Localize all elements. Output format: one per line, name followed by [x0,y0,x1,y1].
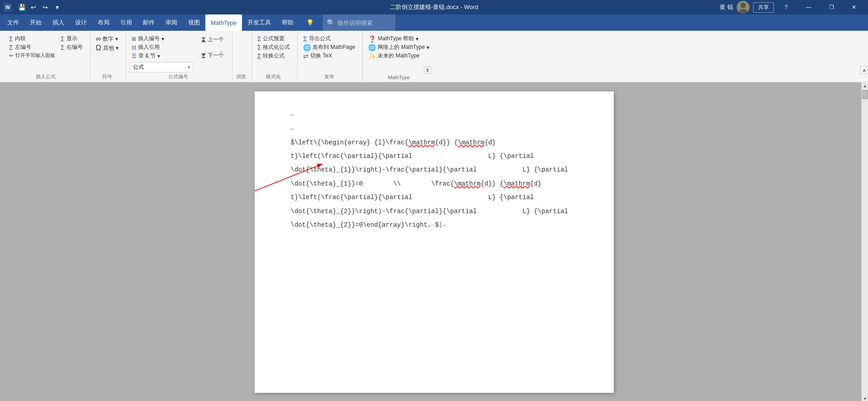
latex-line-2: t}\left(\frac{\partial}{\partial L} {\pa… [291,151,578,161]
undo-button[interactable]: ↩ [28,2,39,13]
titlebar-left: W 💾 ↩ ↪ ▾ [4,2,62,13]
ribbon: Σ 内联 Σ 左编号 ✏ 打开手写输入面板 Σ 显示 [0,31,868,82]
insert-ref-icon: ⊟ [132,44,136,51]
ribbon-group-mathtype: ❓ MathType 帮助 ▾ 🌐 网络上的 MathType ▾ ✨ 未来的 … [363,33,436,82]
menu-design[interactable]: 设计 [70,14,92,31]
scroll-down-button[interactable]: ▼ [862,395,868,401]
mathtype-help-button[interactable]: ❓ MathType 帮助 ▾ [366,34,431,43]
ribbon-group-formula-number-items: ⊞ 插入编号 ▾ ⊟ 插入引用 ☰ 章 & 节 ▾ [130,34,227,72]
scrollbar-right: ▲ ▼ [861,82,868,401]
menu-mail[interactable]: 邮件 [138,14,160,31]
handwriting-button[interactable]: ✏ 打开手写输入面板 [7,52,57,59]
mathtype-web-button[interactable]: 🌐 网络上的 MathType ▾ [366,43,431,52]
minimize-button[interactable]: — [798,0,819,14]
chevron-down-icon5: ▾ [416,36,418,42]
menu-insert[interactable]: 插入 [47,14,70,31]
export-formula-button[interactable]: Σ 导出公式 [301,34,357,43]
ribbon-outer: Σ 内联 Σ 左编号 ✏ 打开手写输入面板 Σ 显示 [0,31,868,82]
help-button[interactable]: ? [776,0,797,14]
menu-home[interactable]: 开始 [24,14,47,31]
export-icon: Σ [303,35,307,43]
menu-references[interactable]: 引用 [115,14,138,31]
inline-button[interactable]: Σ 内联 [7,34,57,43]
chapter-section-button[interactable]: ☰ 章 & 节 ▾ [130,52,193,60]
numbers-dropdown-button[interactable]: ∞ 数字 ▾ [94,34,120,43]
omega-icon: Ω [96,44,101,52]
convert-formula-button[interactable]: Σ 转换公式 [256,52,292,60]
chevron-down-icon: ▾ [115,36,118,42]
share-button[interactable]: 共享 [753,2,774,13]
ribbon-group-browse: 浏览 [232,33,252,82]
scroll-thumb[interactable] [862,90,868,99]
menu-layout[interactable]: 布局 [92,14,115,31]
format-formula-button[interactable]: Σ 格式化公式 [256,43,292,52]
menu-view[interactable]: 视图 [183,14,205,31]
chevron-down-icon2: ▾ [116,45,119,51]
scroll-up-button[interactable]: ▲ [862,82,868,89]
menu-mathtype[interactable]: MathType [205,14,242,31]
ribbon-group-publish: Σ 导出公式 🌐 发布到 MathPage ⇄ 切换 TeX 发布 [298,33,363,82]
ribbon-group-format-items: Σ 公式预置 Σ 格式化公式 Σ 转换公式 [256,34,292,72]
format-col: Σ 公式预置 Σ 格式化公式 Σ 转换公式 [256,34,292,60]
switch-tex-button[interactable]: ⇄ 切换 TeX [301,52,357,60]
close-button[interactable]: ✕ [844,0,864,14]
insert-reference-button[interactable]: ⊟ 插入引用 [130,43,193,52]
publish-mathpage-button[interactable]: 🌐 发布到 MathPage [301,43,357,52]
insert-number-button[interactable]: ⊞ 插入编号 ▾ [130,34,193,43]
return-symbol-1: ↵ [291,111,294,118]
group-label-format: 格式化 [256,72,292,82]
ribbon-group-insert-formula-items: Σ 内联 Σ 左编号 ✏ 打开手写输入面板 Σ 显示 [7,34,85,72]
latex-line-3: \dot{\theta}_{1}}\right)-\frac{\partial}… [291,165,578,175]
next-button[interactable]: 下一个 [199,50,227,61]
right-number-button[interactable]: Σ 右编号 [59,43,85,52]
infinity-icon: ∞ [96,35,101,43]
redo-button[interactable]: ↪ [40,2,51,13]
save-button[interactable]: 💾 [16,2,27,13]
ribbon-group-publish-items: Σ 导出公式 🌐 发布到 MathPage ⇄ 切换 TeX [301,34,357,72]
latex-line-1: $\left\{\begin{array} {l}\frac{\mathrm{d… [291,138,578,148]
format-formula-icon: Σ [257,44,261,51]
paragraph-2: ↵ [291,124,578,134]
doc-area: ↵ ↵ $\left\{\begin{array} {l}\frac{\math… [0,82,868,401]
insert-number-icon: ⊞ [132,36,136,42]
formula-preset-button[interactable]: Σ 公式预置 [256,34,292,43]
search-input[interactable] [337,19,392,26]
ribbon-expand-icon[interactable]: ⊻ [424,67,431,74]
publish-col: Σ 导出公式 🌐 发布到 MathPage ⇄ 切换 TeX [301,34,357,60]
mathrm-d-3: \mathrm [454,180,481,187]
latex-line-6: \dot{\theta}_{2}}\right)-\frac{\partial}… [291,206,578,216]
mathrm-d-1: \mathrm [408,139,435,146]
svg-point-1 [740,3,746,8]
chevron-down-icon4: ▾ [157,53,160,59]
sigma-icon2: Σ [9,44,13,51]
other-dropdown-button[interactable]: Ω 其他 ▾ [94,43,120,53]
group-label-mathtype: MathType [366,74,431,82]
qat-dropdown-button[interactable]: ▾ [52,2,62,13]
user-avatar [737,1,749,14]
group-label-formula-number: 公式编号 [130,72,227,82]
document-page: ↵ ↵ $\left\{\begin{array} {l}\frac{\math… [255,91,614,393]
restore-button[interactable]: ❐ [821,0,842,14]
mathtype-col: ❓ MathType 帮助 ▾ 🌐 网络上的 MathType ▾ ✨ 未来的 … [366,34,431,60]
menu-file[interactable]: 文件 [2,14,24,31]
left-number-button[interactable]: Σ 左编号 [7,43,57,52]
convert-formula-icon: Σ [257,53,261,60]
menu-help-icon[interactable]: 💡 [301,14,319,31]
display-button[interactable]: Σ 显示 [59,34,85,43]
search-box[interactable]: 🔍 [323,14,395,31]
ribbon-content: Σ 内联 Σ 左编号 ✏ 打开手写输入面板 Σ 显示 [0,31,868,82]
menu-review[interactable]: 审阅 [160,14,183,31]
menu-help[interactable]: 帮助 [276,14,299,31]
formula-preset-icon: Σ [257,35,261,43]
future-mathtype-button[interactable]: ✨ 未来的 MathType [366,52,431,60]
prev-button[interactable]: 上一个 [199,34,227,45]
user-section: 黄 锟 共享 [720,1,774,14]
return-symbol-3: ↵ [443,222,446,229]
ribbon-collapse-button[interactable]: ∧ [860,66,868,74]
return-symbol-2: ↵ [291,125,294,132]
menu-developer[interactable]: 开发工具 [242,14,276,31]
formula-dropdown[interactable]: 公式 ▾ [130,62,193,72]
group-label-symbol: 符号 [94,72,120,82]
mathrm-d-2: \mathrm [458,139,484,146]
quick-access-toolbar: 💾 ↩ ↪ ▾ [16,2,62,13]
